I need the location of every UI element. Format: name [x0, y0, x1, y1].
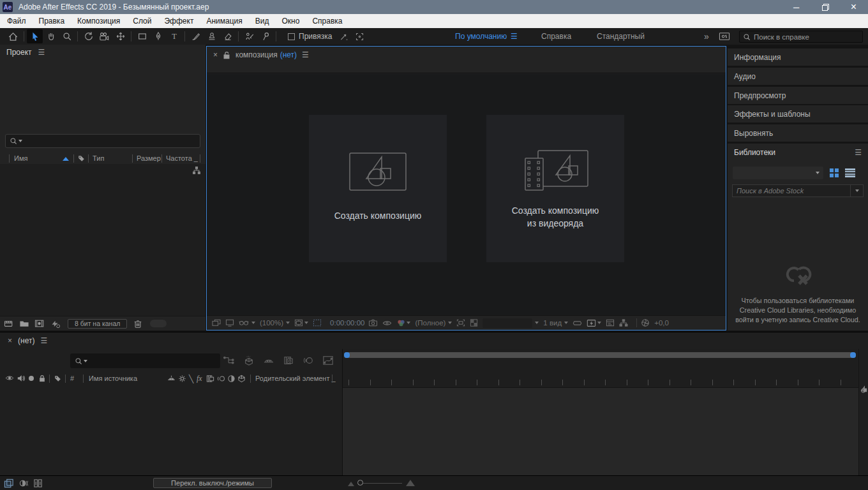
show-channels-icon[interactable]: [396, 319, 410, 327]
roto-brush-tool-icon[interactable]: [241, 29, 257, 43]
column-type[interactable]: Тип: [93, 154, 104, 162]
libraries-panel-menu-icon[interactable]: ☰: [855, 148, 862, 157]
new-composition-icon[interactable]: [34, 319, 45, 329]
minimize-button[interactable]: ─: [782, 0, 811, 14]
timeline-panel-menu-icon[interactable]: ☰: [40, 336, 47, 345]
menu-view[interactable]: Вид: [249, 14, 276, 28]
snap-checkbox[interactable]: [288, 33, 295, 40]
selection-tool-icon[interactable]: [27, 29, 43, 43]
timeline-ruler[interactable]: [343, 362, 858, 387]
composition-mini-flowchart-icon[interactable]: [223, 355, 235, 366]
expand-transfer-controls-icon[interactable]: [19, 479, 29, 488]
column-size[interactable]: Размер: [137, 154, 161, 162]
brush-tool-icon[interactable]: [188, 29, 204, 43]
lock-column-icon[interactable]: [38, 375, 46, 382]
mask-visibility-icon[interactable]: [313, 319, 322, 327]
always-preview-icon[interactable]: [212, 319, 221, 327]
menu-file[interactable]: Файл: [1, 14, 33, 28]
menu-edit[interactable]: Правка: [33, 14, 71, 28]
adjustment-layer-switch-icon[interactable]: [227, 375, 236, 383]
draft-3d-icon[interactable]: [243, 355, 255, 366]
panel-tab-effects-presets[interactable]: Эффекты и шаблоны: [728, 105, 868, 122]
timeline-zoom-slider-knob[interactable]: [357, 480, 363, 486]
column-rate[interactable]: Частота _: [166, 154, 198, 162]
proxy-toggle-icon[interactable]: [50, 319, 60, 328]
region-of-interest-icon[interactable]: [456, 319, 465, 327]
toggle-switches-modes-button[interactable]: Перекл. выключ./режимы: [153, 478, 272, 488]
new-folder-icon[interactable]: [19, 319, 29, 328]
workspace-menu-icon[interactable]: ☰: [511, 28, 518, 45]
composition-tab-status[interactable]: (нет): [280, 50, 297, 59]
list-view-icon[interactable]: [845, 168, 855, 177]
zoom-level-value[interactable]: (100%): [260, 319, 290, 327]
reset-exposure-icon[interactable]: [641, 318, 650, 327]
frame-blending-toggle-icon[interactable]: [283, 355, 294, 366]
column-name[interactable]: Имя: [14, 154, 27, 162]
transparency-grid-icon[interactable]: [470, 319, 478, 327]
channel-glasses-icon[interactable]: [239, 319, 255, 327]
project-panel-menu-icon[interactable]: ☰: [38, 48, 45, 57]
grid-view-icon[interactable]: [830, 168, 839, 177]
collapse-transformations-icon[interactable]: [178, 375, 186, 383]
workspace-tab-default[interactable]: По умолчанию: [455, 28, 507, 45]
hand-tool-icon[interactable]: [43, 29, 59, 43]
sort-ascending-icon[interactable]: [63, 157, 69, 161]
timeline-zoom-slider-track[interactable]: [357, 483, 402, 484]
workspace-tab-help[interactable]: Справка: [541, 28, 571, 45]
view-layout-dropdown[interactable]: [483, 318, 539, 328]
quality-switch-icon[interactable]: ╲: [189, 375, 193, 383]
home-tool-icon[interactable]: [5, 29, 21, 43]
bit-depth-button[interactable]: 8 бит на канал: [68, 319, 127, 329]
interpret-footage-icon[interactable]: [4, 319, 14, 328]
panel-tab-align[interactable]: Выровнять: [728, 124, 868, 142]
scrollbar-right-handle[interactable]: [850, 352, 856, 358]
menu-help[interactable]: Справка: [306, 14, 348, 28]
eraser-tool-icon[interactable]: [220, 29, 236, 43]
panel-tab-info[interactable]: Информация: [728, 48, 868, 66]
clone-stamp-tool-icon[interactable]: [204, 29, 220, 43]
project-tab-label[interactable]: Проект: [6, 48, 32, 57]
column-number[interactable]: #: [70, 375, 74, 382]
zoom-in-mountain-icon[interactable]: [406, 480, 415, 486]
delete-trash-icon[interactable]: [133, 319, 142, 329]
3d-layer-switch-icon[interactable]: [237, 375, 246, 383]
panel-tab-preview[interactable]: Предпросмотр: [728, 87, 868, 104]
composition-panel-menu-icon[interactable]: ☰: [302, 50, 309, 59]
video-visibility-column-icon[interactable]: [5, 375, 14, 382]
timeline-tab-label[interactable]: (нет): [18, 336, 34, 345]
timeline-button-icon[interactable]: [606, 319, 615, 327]
pixel-aspect-correction-icon[interactable]: [572, 320, 582, 327]
tag-column-icon[interactable]: [77, 154, 86, 163]
comp-marker-bin-icon[interactable]: [860, 385, 868, 394]
project-search-input[interactable]: [25, 137, 196, 145]
menu-layer[interactable]: Слой: [126, 14, 158, 28]
unlock-icon[interactable]: [223, 51, 230, 59]
column-source-name[interactable]: Имя источника: [89, 375, 137, 382]
type-tool-icon[interactable]: T: [166, 29, 182, 43]
frame-blend-switch-icon[interactable]: [206, 375, 214, 383]
rectangle-tool-icon[interactable]: [134, 29, 150, 43]
composition-tab[interactable]: × композиция (нет) ☰: [213, 47, 309, 63]
timeline-tab[interactable]: × (нет) ☰: [8, 336, 47, 345]
puppet-pin-tool-icon[interactable]: [257, 29, 273, 43]
column-parent-link[interactable]: Родительский элемент _: [255, 375, 336, 382]
menu-composition[interactable]: Композиция: [71, 14, 126, 28]
tab-close-icon[interactable]: ×: [213, 50, 218, 59]
effects-switch-icon[interactable]: fx: [197, 374, 202, 383]
adobe-stock-search-input[interactable]: [733, 187, 850, 195]
zoom-tool-icon[interactable]: [59, 29, 75, 43]
fast-previews-icon[interactable]: [587, 319, 601, 327]
help-search-input[interactable]: [754, 33, 859, 41]
audio-column-icon[interactable]: [17, 375, 25, 382]
timeline-horizontal-scrollbar[interactable]: [344, 352, 856, 358]
help-search-box[interactable]: [739, 31, 863, 43]
camera-tool-icon[interactable]: [96, 29, 112, 43]
library-select-dropdown[interactable]: [733, 167, 823, 179]
safe-margins-icon[interactable]: [294, 319, 308, 327]
workspace-overflow-chevron[interactable]: »: [704, 28, 709, 45]
scrollbar-left-handle[interactable]: [344, 352, 350, 358]
stock-search-options-caret[interactable]: [850, 185, 863, 197]
timeline-search-input[interactable]: [90, 357, 216, 365]
rotation-tool-icon[interactable]: [80, 29, 96, 43]
show-snapshot-icon[interactable]: [382, 320, 392, 327]
